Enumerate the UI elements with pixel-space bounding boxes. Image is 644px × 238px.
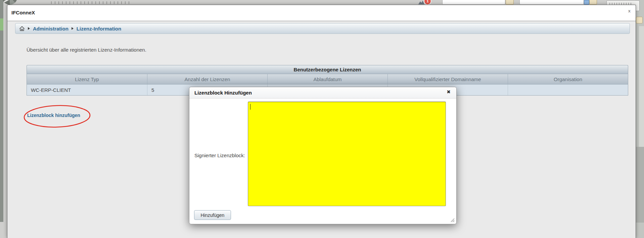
table-header-row: Lizenz Typ Anzahl der Lizenzen Ablaufdat…: [27, 74, 628, 84]
breadcrumb-lizenz-information[interactable]: Lizenz-Information: [77, 26, 121, 32]
background-left-strip: [0, 0, 3, 238]
column-header-ablaufdatum: Ablaufdatum: [267, 74, 387, 84]
column-header-lizenz-typ: Lizenz Typ: [27, 74, 147, 84]
background-calendar-icon: [584, 0, 589, 5]
add-license-dialog: Lizenzblock Hinzufügen ✖ Signierter Lize…: [189, 87, 457, 224]
window-title: IFConneX: [11, 10, 35, 15]
column-header-anzahl: Anzahl der Lizenzen: [147, 74, 267, 84]
background-right-dark-segment: [635, 147, 644, 223]
background-image-icon: [418, 0, 424, 4]
table-caption: Benutzerbezogene Lizenzen: [27, 65, 628, 74]
resize-handle[interactable]: [450, 218, 455, 222]
signed-license-label: Signierter Lizenzblock:: [194, 153, 245, 158]
background-right-strip: [635, 0, 644, 238]
breadcrumb-administration[interactable]: Administration: [33, 26, 68, 32]
background-text-fragment: [51, 1, 132, 4]
chevron-right-icon: [28, 27, 30, 30]
cell-lizenz-typ: WC-ERP-CLIENT: [27, 84, 147, 95]
breadcrumb: Administration Lizenz-Information: [15, 23, 630, 34]
background-button: [589, 0, 597, 5]
hinzufuegen-button[interactable]: Hinzufügen: [194, 210, 231, 220]
home-icon-glyph: [19, 26, 25, 31]
background-button: [506, 0, 514, 5]
window-close-button[interactable]: x: [628, 8, 631, 13]
text-caret: [250, 104, 250, 110]
notification-badge: 1: [424, 0, 431, 4]
home-icon[interactable]: [19, 26, 25, 31]
intro-text: Übersicht über alle registrierten Lizenz…: [27, 47, 146, 53]
cell-organisation: [508, 84, 628, 95]
background-button-fragment: [636, 17, 643, 23]
background-left-bottom: [0, 222, 3, 238]
background-green-segment: [0, 18, 3, 31]
background-scrollbar: [639, 26, 644, 147]
background-input: [519, 0, 584, 5]
background-input: [442, 0, 505, 5]
license-block-textarea[interactable]: [248, 102, 446, 206]
dialog-title: Lizenzblock Hinzufügen: [194, 90, 252, 96]
add-license-block-link[interactable]: Lizenzblock hinzufügen: [27, 113, 80, 118]
column-header-domainname: Vollqualifizierter Domainname: [387, 74, 508, 84]
chevron-right-icon: [72, 27, 74, 30]
column-header-organisation: Organisation: [508, 74, 628, 84]
dialog-close-icon[interactable]: ✖: [447, 89, 451, 95]
app-logo-icon: [2, 0, 17, 5]
